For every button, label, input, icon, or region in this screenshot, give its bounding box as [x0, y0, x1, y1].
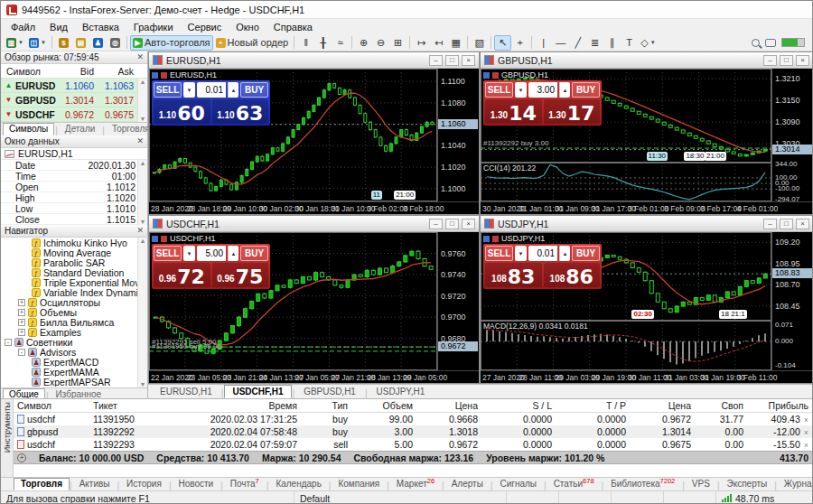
navigator-item[interactable]: -♟Советники: [1, 337, 147, 347]
text-button[interactable]: T: [621, 35, 638, 51]
navigator-item[interactable]: ƒMoving Average: [1, 247, 147, 257]
terminal-tab-13[interactable]: VPS: [685, 478, 717, 490]
channel-button[interactable]: ∥: [603, 35, 621, 51]
vline-button[interactable]: |: [535, 35, 552, 51]
chart-window-eurusd[interactable]: EURUSD,H1–□×EURUSD,H11121:00SELL▼0.01▲BU…: [148, 51, 480, 215]
minimize-button[interactable]: –: [429, 55, 443, 66]
profiles-button[interactable]: ◫▼: [26, 35, 49, 51]
column-header[interactable]: Символ: [14, 400, 89, 411]
terminal-button[interactable]: ◎: [107, 35, 124, 51]
terminal-tab-9[interactable]: Алерты: [444, 478, 491, 490]
line-chart-button[interactable]: ≈: [332, 35, 349, 51]
buy-price[interactable]: 1.3017: [544, 99, 601, 124]
close-button[interactable]: ×: [796, 55, 809, 66]
navigator-item[interactable]: +ƒОсцилляторы: [1, 297, 147, 307]
scrollbar[interactable]: ▲▼: [137, 238, 147, 387]
navigator-button[interactable]: ♟: [89, 35, 107, 51]
column-header[interactable]: Тикет: [89, 400, 167, 411]
volume-dropdown-icon[interactable]: ▼: [515, 82, 527, 98]
chart-window-usdchf[interactable]: USDCHF,H1–□×#11392293 sell 5.00#11391950…: [148, 215, 480, 384]
volume-up-icon[interactable]: ▲: [559, 246, 570, 261]
buy-button[interactable]: BUY: [572, 82, 600, 98]
crosshair-button[interactable]: +: [511, 35, 528, 51]
maximize-button[interactable]: □: [445, 219, 459, 229]
navigator-item[interactable]: +ƒОбъемы: [1, 307, 147, 317]
navigator-item[interactable]: ♟ExpertMAPSARSizeOptimized: [1, 387, 147, 387]
navigator-item[interactable]: +ƒExamples: [1, 327, 147, 337]
search-icon[interactable]: [752, 39, 760, 47]
collapse-icon[interactable]: -: [5, 339, 12, 346]
terminal-tab-12[interactable]: Библиотека7202: [603, 476, 682, 490]
terminal-tab-3[interactable]: История: [119, 478, 169, 490]
chart-tab-usdjpy[interactable]: USDJPY,H1: [369, 385, 434, 398]
chart-plot-area[interactable]: EURUSD,H11121:00SELL▼0.01▲BUY1.10601.106…: [149, 69, 437, 201]
menu-item[interactable]: Вид: [42, 21, 75, 33]
sell-price[interactable]: 0.9672: [154, 263, 210, 287]
column-header[interactable]: Объем: [351, 400, 416, 411]
position-row[interactable]: usdchf113922932020.02.04 07:59:07sell5.0…: [14, 438, 813, 451]
buy-price[interactable]: 1.1063: [212, 99, 269, 124]
sell-price[interactable]: 10883: [485, 263, 542, 287]
buy-button[interactable]: BUY: [572, 246, 600, 261]
close-icon[interactable]: ✕: [136, 137, 144, 145]
chart-plot-area[interactable]: #11392293 sell 5.00#11391950 buy 99.00US…: [149, 232, 437, 370]
close-button[interactable]: ×: [796, 219, 809, 229]
status-profile[interactable]: Default: [294, 491, 507, 504]
menu-item[interactable]: Сервис: [181, 21, 229, 33]
new-chart-button[interactable]: ▥▼: [4, 35, 26, 51]
maximize-button[interactable]: □: [780, 219, 793, 229]
expand-icon[interactable]: +: [18, 309, 25, 316]
menu-item[interactable]: Файл: [4, 21, 42, 33]
column-bid[interactable]: Bid: [58, 66, 98, 77]
position-row[interactable]: gbpusd113922922020.02.04 07:58:48buy3.00…: [14, 425, 813, 438]
indicator-subwindow[interactable]: MACD(12,26,9) 0.0341 0.0181: [481, 321, 771, 370]
terminal-tab-1[interactable]: Торговля: [14, 478, 70, 490]
column-ask[interactable]: Ask: [98, 66, 137, 77]
shapes-button[interactable]: ◇▼: [638, 35, 658, 51]
close-button[interactable]: ×: [462, 219, 475, 229]
terminal-tab-7[interactable]: Компания: [331, 478, 387, 490]
market-watch-row[interactable]: ▼USDCHF0.96720.9675: [1, 107, 147, 122]
candlestick-button[interactable]: ╂: [314, 35, 332, 51]
menu-item[interactable]: Графики: [126, 21, 181, 33]
volume-input[interactable]: 0.01: [528, 246, 557, 261]
chart-shift-button[interactable]: ↤: [430, 35, 447, 51]
buy-price[interactable]: 0.9675: [212, 263, 269, 287]
market-watch-tab-2[interactable]: Детали: [59, 123, 101, 135]
minimize-button[interactable]: –: [763, 55, 777, 66]
indicator-subwindow[interactable]: CCI(14) 201.22: [481, 163, 771, 201]
volume-up-icon[interactable]: ▲: [228, 82, 238, 98]
hline-button[interactable]: —: [552, 35, 569, 51]
zoom-out-button[interactable]: ⊖: [372, 35, 389, 51]
maximize-button[interactable]: □: [780, 55, 793, 66]
close-icon[interactable]: ✕: [136, 227, 144, 235]
menu-item[interactable]: Справка: [266, 21, 320, 33]
close-button[interactable]: ×: [462, 55, 475, 66]
close-icon[interactable]: ✕: [136, 53, 144, 61]
market-watch-button[interactable]: $: [55, 35, 72, 51]
column-header[interactable]: Время: [167, 400, 301, 411]
terminal-tab-4[interactable]: Новости: [171, 478, 220, 490]
volume-input[interactable]: 3.00: [528, 82, 557, 98]
chart-tab-eurusd[interactable]: EURUSD,H1: [152, 385, 220, 398]
sell-price[interactable]: 1.1060: [154, 99, 210, 124]
arrange-button[interactable]: ▦: [447, 35, 464, 51]
minimize-button[interactable]: –: [763, 219, 777, 229]
market-watch-tab-1[interactable]: Символы: [3, 123, 54, 135]
terminal-tab-11[interactable]: Статьи678: [547, 476, 602, 490]
data-window-button[interactable]: ▤: [72, 35, 89, 51]
buy-price[interactable]: 10886: [544, 263, 601, 287]
column-header[interactable]: Своп: [695, 400, 747, 411]
chart-plot-area[interactable]: #11392292 buy 3.00GBPUSD,H111:3018:3021:…: [481, 69, 771, 163]
navigator-item[interactable]: ƒVariable Index Dynamic Average: [1, 287, 147, 297]
maximize-button[interactable]: □: [445, 55, 459, 66]
expand-icon[interactable]: +: [18, 299, 25, 306]
chart-window-titlebar[interactable]: EURUSD,H1–□×: [149, 52, 479, 69]
sell-price[interactable]: 1.3014: [485, 99, 542, 124]
sell-button[interactable]: SELL: [485, 82, 513, 98]
market-watch-row[interactable]: ▼GBPUSD1.30141.3017: [1, 93, 147, 107]
position-row[interactable]: usdchf113919502020.02.03 17:31:25buy99.0…: [14, 413, 813, 425]
scrollbar[interactable]: ▲▼: [137, 160, 147, 225]
tile-windows-button[interactable]: ⊞: [389, 35, 406, 51]
navigator-item[interactable]: ƒIchimoku Kinko Hyo: [1, 238, 147, 247]
